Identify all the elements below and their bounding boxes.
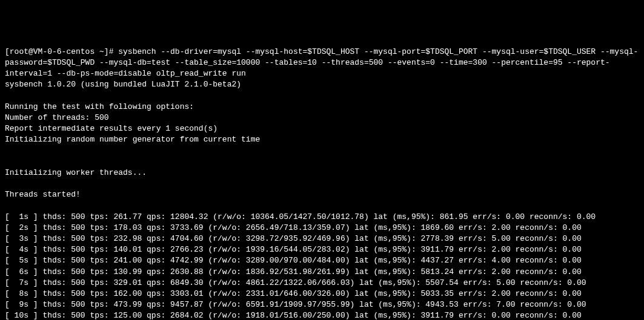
terminal-output[interactable]: [root@VM-0-6-centos ~]# sysbench --db-dr…: [5, 47, 639, 320]
